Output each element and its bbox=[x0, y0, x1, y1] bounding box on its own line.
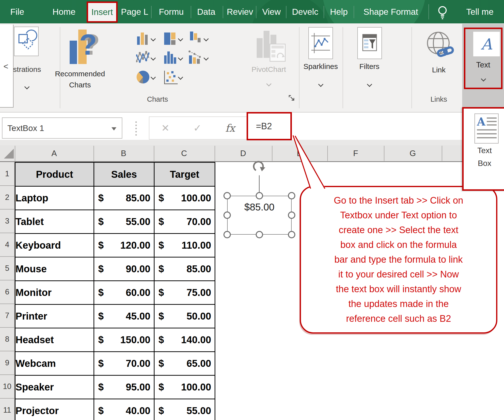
row-header-11[interactable]: 11 bbox=[0, 399, 14, 420]
chevron-down-icon bbox=[481, 76, 486, 81]
tab-home[interactable]: Home bbox=[52, 0, 75, 23]
resize-handle[interactable] bbox=[256, 192, 263, 199]
charts-dialog-launcher-icon[interactable] bbox=[288, 95, 296, 102]
text-a-icon: A bbox=[473, 32, 500, 57]
tab-file[interactable]: File bbox=[10, 0, 24, 23]
row-header-5[interactable]: 5 bbox=[0, 257, 14, 280]
chevron-down-icon[interactable] bbox=[204, 36, 209, 41]
tab-insert[interactable]: Insert bbox=[87, 1, 118, 23]
tab-developer[interactable]: Develc bbox=[292, 0, 318, 23]
recommended-charts-label[interactable]: Recommended bbox=[55, 70, 105, 78]
resize-handle[interactable] bbox=[223, 192, 231, 199]
resize-handle[interactable] bbox=[223, 211, 231, 219]
column-header-a[interactable]: A bbox=[51, 145, 57, 161]
header-sales[interactable]: Sales bbox=[94, 162, 154, 186]
chevron-down-icon[interactable] bbox=[178, 75, 183, 80]
rotate-handle-icon[interactable] bbox=[252, 160, 267, 173]
row-header-10[interactable]: 10 bbox=[0, 375, 14, 399]
link-label[interactable]: Link bbox=[432, 66, 445, 74]
column-header-c[interactable]: C bbox=[181, 145, 187, 161]
linked-textbox-shape[interactable]: $85.00 bbox=[227, 196, 292, 235]
shapes-button[interactable] bbox=[14, 27, 39, 56]
header-target[interactable]: Target bbox=[154, 162, 215, 186]
tab-help[interactable]: Help bbox=[330, 0, 348, 23]
chevron-down-icon[interactable] bbox=[24, 84, 30, 89]
filters-button[interactable] bbox=[357, 27, 382, 59]
resize-handle[interactable] bbox=[223, 231, 231, 238]
resize-handle[interactable] bbox=[288, 192, 295, 199]
histogram-chart-button[interactable] bbox=[164, 51, 176, 64]
text-button[interactable]: A Text bbox=[464, 28, 503, 89]
row-header-6[interactable]: 6 bbox=[0, 280, 14, 304]
recommended-charts-button[interactable]: ? bbox=[64, 26, 101, 90]
enter-icon[interactable]: ✓ bbox=[193, 122, 202, 134]
formula-bar-resizer[interactable] bbox=[135, 121, 137, 136]
tab-data[interactable]: Data bbox=[197, 0, 215, 23]
text-dropdown-panel: A Text Box bbox=[462, 107, 504, 191]
treemap-chart-button[interactable] bbox=[164, 32, 175, 45]
chevron-left-icon[interactable]: < bbox=[3, 62, 8, 71]
text-button-label: Text bbox=[465, 61, 501, 69]
cancel-icon[interactable]: ✕ bbox=[161, 122, 170, 134]
row-header-9[interactable]: 9 bbox=[0, 351, 14, 375]
links-group-label: Links bbox=[430, 95, 447, 103]
insert-function-icon[interactable]: fx bbox=[225, 122, 235, 134]
pie-chart-button[interactable] bbox=[137, 71, 149, 83]
tab-divider bbox=[191, 6, 191, 18]
tab-review[interactable]: Reviev bbox=[227, 0, 253, 23]
select-all-icon[interactable] bbox=[4, 149, 14, 159]
chevron-down-icon[interactable] bbox=[178, 55, 183, 61]
sparklines-button[interactable] bbox=[308, 27, 333, 59]
scatter-chart-button[interactable] bbox=[164, 71, 178, 84]
column-chart-button[interactable] bbox=[137, 32, 148, 45]
chevron-down-icon[interactable] bbox=[318, 82, 323, 87]
column-header-f[interactable]: F bbox=[353, 145, 358, 161]
callout-line: Go to the Insert tab >> Click on bbox=[303, 193, 494, 208]
tab-shape-format[interactable]: Shape Format bbox=[363, 0, 418, 23]
resize-handle[interactable] bbox=[288, 211, 295, 219]
name-box-dropdown-icon[interactable] bbox=[111, 127, 116, 130]
column-headers: A B C D E F G bbox=[0, 145, 462, 162]
filters-label[interactable]: Filters bbox=[359, 62, 379, 71]
column-header-b[interactable]: B bbox=[121, 145, 126, 161]
header-product[interactable]: Product bbox=[15, 162, 94, 186]
row-header-4[interactable]: 4 bbox=[0, 233, 14, 257]
resize-handle[interactable] bbox=[288, 231, 295, 238]
combo-chart-button[interactable] bbox=[189, 50, 202, 64]
chevron-down-icon[interactable] bbox=[151, 75, 156, 80]
tell-me-search[interactable]: Tell me bbox=[466, 0, 494, 23]
chevron-down-icon[interactable] bbox=[178, 36, 183, 41]
row-header-7[interactable]: 7 bbox=[0, 304, 14, 328]
row-header-8[interactable]: 8 bbox=[0, 328, 14, 351]
pivotchart-button[interactable] bbox=[257, 31, 294, 63]
table-row: Projector $40.00 $55.00 bbox=[15, 399, 215, 420]
illustrations-group-label[interactable]: strations bbox=[13, 65, 41, 74]
chevron-down-icon[interactable] bbox=[367, 82, 372, 87]
row-header-3[interactable]: 3 bbox=[0, 210, 14, 233]
column-header-d[interactable]: D bbox=[240, 145, 246, 161]
text-box-item-label[interactable]: Text bbox=[464, 146, 504, 155]
name-box[interactable]: TextBox 1 bbox=[2, 117, 122, 139]
link-button[interactable] bbox=[422, 28, 457, 65]
resize-handle[interactable] bbox=[256, 231, 263, 238]
tab-formulas[interactable]: Formu bbox=[159, 0, 184, 23]
chevron-down-icon[interactable] bbox=[204, 55, 209, 61]
chevron-down-icon[interactable] bbox=[151, 36, 156, 41]
column-header-g[interactable]: G bbox=[410, 145, 416, 161]
chevron-down-icon[interactable] bbox=[151, 55, 156, 61]
text-box-item-label[interactable]: Box bbox=[464, 159, 504, 168]
text-box-menu-item[interactable]: A bbox=[474, 113, 499, 144]
sparklines-icon bbox=[309, 28, 332, 59]
formula-input[interactable]: =B2 bbox=[247, 112, 292, 140]
tab-view[interactable]: View bbox=[262, 0, 281, 23]
row-header-1[interactable]: 1 bbox=[0, 162, 14, 186]
line-chart-button[interactable] bbox=[136, 51, 149, 64]
column-header-e[interactable]: E bbox=[297, 145, 302, 161]
waterfall-chart-button[interactable] bbox=[189, 32, 201, 44]
sparklines-label[interactable]: Sparklines bbox=[303, 62, 338, 71]
callout-line: it to your desired cell >> Now bbox=[303, 267, 494, 282]
tab-page-layout[interactable]: Page L bbox=[121, 0, 148, 23]
row-header-2[interactable]: 2 bbox=[0, 186, 14, 210]
callout-line: create one >> Select the text bbox=[303, 223, 494, 237]
callout-line: the updates made in the bbox=[303, 296, 494, 311]
